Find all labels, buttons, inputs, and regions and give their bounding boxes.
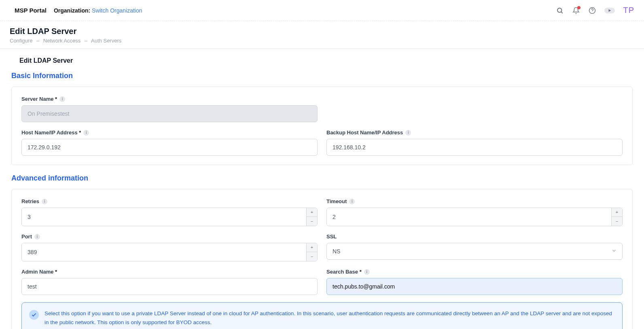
search-base-input[interactable]	[326, 278, 623, 295]
timeout-increment-button[interactable]: +	[612, 208, 622, 217]
page-title: Edit LDAP Server	[10, 27, 634, 36]
timeout-label: Timeout i	[326, 198, 623, 204]
topbar-right: TP	[556, 6, 634, 15]
check-icon	[29, 310, 39, 320]
port-increment-button[interactable]: +	[307, 243, 317, 252]
org-label: Organization:	[54, 7, 90, 14]
hostname-label: Host Name/IP Address i	[21, 129, 318, 136]
timeout-input[interactable]	[327, 208, 611, 226]
info-icon[interactable]: i	[364, 269, 370, 275]
section-title-advanced: Advanced information	[11, 174, 633, 183]
admin-name-label: Admin Name	[21, 269, 318, 275]
retries-label: Retries i	[21, 198, 318, 204]
retries-input[interactable]	[22, 208, 306, 226]
breadcrumb-separator-icon: –	[85, 38, 87, 44]
breadcrumb-separator-icon: –	[36, 38, 39, 44]
svg-point-0	[557, 8, 562, 13]
card-title: Edit LDAP Server	[19, 57, 625, 64]
retries-decrement-button[interactable]: −	[307, 217, 317, 226]
avatar[interactable]: TP	[623, 6, 634, 15]
backup-host-input[interactable]	[326, 139, 623, 156]
content-area: Edit LDAP Server Basic Information Serve…	[0, 49, 644, 329]
breadcrumb-item[interactable]: Network Access	[43, 38, 80, 44]
breadcrumb-item[interactable]: Auth Servers	[91, 38, 121, 44]
info-icon[interactable]: i	[59, 96, 65, 102]
timeout-decrement-button[interactable]: −	[612, 217, 622, 226]
port-label: Port i	[21, 233, 318, 240]
info-alert: Select this option if you want to use a …	[21, 302, 623, 329]
page-header: Edit LDAP Server Configure – Network Acc…	[0, 21, 644, 49]
topbar-left: MSP Portal Organization: Switch Organiza…	[15, 7, 142, 14]
help-icon[interactable]	[588, 6, 596, 15]
svg-line-1	[561, 12, 563, 13]
info-icon[interactable]: i	[34, 234, 40, 240]
backup-host-label: Backup Host Name/IP Address i	[326, 129, 623, 136]
section-title-basic: Basic Information	[11, 72, 633, 80]
search-base-label: Search Base i	[326, 269, 623, 275]
port-stepper[interactable]: + −	[21, 243, 318, 261]
server-name-label: Server Name i	[21, 96, 318, 102]
notifications-icon[interactable]	[572, 6, 580, 15]
organization-block: Organization: Switch Organization	[54, 7, 142, 14]
timeout-stepper[interactable]: + −	[326, 208, 623, 226]
topbar: MSP Portal Organization: Switch Organiza…	[0, 0, 644, 21]
hostname-input[interactable]	[21, 139, 318, 156]
portal-name: MSP Portal	[15, 7, 47, 14]
info-icon[interactable]: i	[405, 130, 411, 136]
port-decrement-button[interactable]: −	[307, 252, 317, 261]
info-icon[interactable]: i	[42, 199, 47, 204]
info-icon[interactable]: i	[83, 130, 89, 136]
ssl-label: SSL	[326, 233, 623, 240]
notification-dot-icon	[577, 6, 580, 9]
advanced-info-panel: Retries i + − Timeout i	[11, 189, 633, 329]
ssl-select[interactable]: NS	[326, 243, 623, 260]
server-name-input	[21, 105, 318, 122]
switch-org-link[interactable]: Switch Organization	[92, 7, 142, 14]
info-icon[interactable]: i	[349, 199, 355, 204]
play-badge-icon[interactable]	[604, 8, 615, 13]
ssl-value[interactable]: NS	[326, 243, 623, 260]
breadcrumb: Configure – Network Access – Auth Server…	[10, 38, 634, 44]
admin-name-input[interactable]	[21, 278, 318, 295]
breadcrumb-item[interactable]: Configure	[10, 38, 32, 44]
info-alert-text: Select this option if you want to use a …	[44, 309, 615, 327]
search-icon[interactable]	[556, 6, 564, 15]
retries-stepper[interactable]: + −	[21, 208, 318, 226]
port-input[interactable]	[22, 243, 306, 261]
basic-info-panel: Server Name i Host Name/IP Address i Bac…	[11, 87, 633, 165]
svg-marker-4	[609, 9, 611, 12]
retries-increment-button[interactable]: +	[307, 208, 317, 217]
